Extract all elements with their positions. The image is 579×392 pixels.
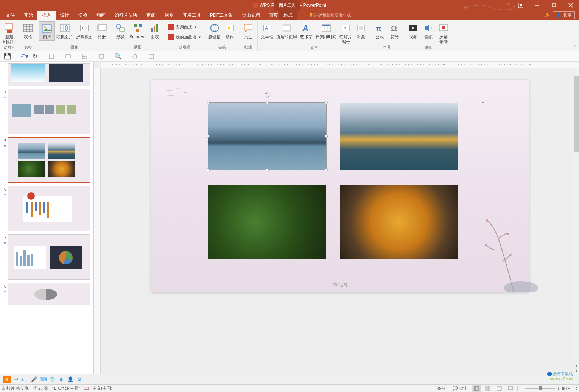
tab-幻灯片放映[interactable]: 幻灯片放映	[110, 11, 142, 20]
thumbnail-item[interactable]: 7★	[1, 234, 90, 280]
ribbon-object[interactable]: 对象	[353, 21, 369, 40]
resize-handle-se[interactable]	[325, 168, 328, 171]
warning-icon[interactable]: ⚠	[545, 12, 550, 19]
resize-handle-w[interactable]	[207, 135, 210, 138]
ribbon-chart[interactable]: 图表	[147, 21, 162, 40]
image-maple[interactable]	[340, 185, 458, 259]
slide-counter[interactable]: 幻灯片 第 5 张，共 27 张	[2, 386, 48, 391]
ribbon-header[interactable]: 页眉和页脚	[275, 21, 299, 40]
thumbnail-item[interactable]: 8★	[1, 283, 90, 305]
prev-slide-icon[interactable]: ⬆	[574, 364, 579, 368]
scrollbar-vertical[interactable]: ⬆ ⬇	[574, 68, 579, 374]
ime-link-icon[interactable]: ⬮	[58, 376, 65, 383]
ribbon-screenshot[interactable]: 屏幕截图	[75, 21, 94, 40]
tab-金山文档[interactable]: 金山文档	[237, 11, 265, 20]
ribbon-hyperlink[interactable]: 超链接	[207, 21, 222, 40]
qat-btn-1[interactable]	[47, 52, 56, 61]
notes-button[interactable]: ≐备注	[431, 386, 448, 391]
image-leaf[interactable]	[208, 185, 326, 259]
comments-button[interactable]: 💬批注	[450, 386, 470, 391]
share-button[interactable]: 👤 共享	[553, 11, 575, 19]
thumbnail-item[interactable]: 4★	[1, 89, 90, 134]
ime-settings-icon[interactable]: ⚙	[76, 376, 83, 383]
tellme-search[interactable]: 💡 告诉我您想要做什么...	[308, 12, 355, 18]
tab-开发工具[interactable]: 开发工具	[178, 11, 205, 20]
ribbon-slidenumber[interactable]: #幻灯片编号	[338, 21, 353, 45]
ribbon-store[interactable]: 应用商店▼	[166, 23, 203, 31]
ribbon-symbol[interactable]: Ω符号	[387, 21, 402, 40]
zoom-in-icon[interactable]: +	[557, 386, 560, 391]
qat-btn-7[interactable]	[147, 52, 156, 61]
tab-切换[interactable]: 切换	[74, 11, 92, 20]
close-button[interactable]	[562, 0, 579, 11]
thumbnail-item[interactable]: 5★	[1, 137, 90, 183]
ribbon-shapes[interactable]: 形状	[113, 21, 128, 40]
qat-zoom-icon[interactable]: 🔍	[114, 52, 123, 61]
ime-account-icon[interactable]: 👤	[67, 376, 74, 383]
qat-btn-6[interactable]	[130, 52, 139, 61]
tab-动画[interactable]: 动画	[92, 11, 110, 20]
fit-window-icon[interactable]: ⛶	[573, 386, 577, 391]
tab-审阅[interactable]: 审阅	[142, 11, 160, 20]
ribbon-addins[interactable]: 我的加载项▼	[166, 33, 203, 41]
qat-btn-4[interactable]	[97, 52, 106, 61]
ribbon-comment[interactable]: 批注	[241, 21, 256, 40]
resize-handle-e[interactable]	[325, 135, 328, 138]
thumbnail-slide[interactable]	[8, 89, 90, 134]
ribbon-display-button[interactable]	[512, 0, 529, 11]
scrollbar-thumb[interactable]	[574, 76, 579, 152]
thumbnail-slide[interactable]	[8, 63, 90, 86]
ime-shirt-icon[interactable]: 👕	[48, 376, 56, 383]
ribbon-album[interactable]: 相册	[94, 21, 109, 40]
thumbnail-item[interactable]	[1, 63, 90, 86]
normal-view-icon[interactable]	[472, 385, 481, 392]
ribbon-wordart[interactable]: A艺术字	[299, 21, 314, 40]
image-mountain[interactable]	[208, 103, 326, 170]
tab-PDF工具集[interactable]: PDF工具集	[205, 11, 237, 20]
tab-format[interactable]: 格式	[279, 11, 297, 20]
qat-btn-2[interactable]	[64, 52, 73, 61]
zoom-level[interactable]: 90%	[562, 386, 570, 391]
thumbnail-slide[interactable]	[8, 234, 90, 280]
thumbnail-slide[interactable]	[8, 283, 90, 305]
ime-keyboard-icon[interactable]: ⌨	[39, 376, 47, 383]
language-status[interactable]: 中文(中国)	[93, 386, 112, 391]
ime-mic-icon[interactable]: 🎤	[30, 376, 38, 383]
ime-zh-icon[interactable]: 中	[12, 376, 20, 383]
sogou-icon[interactable]: S	[3, 376, 11, 383]
resize-handle-n[interactable]	[266, 101, 269, 104]
ribbon-new-slide[interactable]: 新建幻灯片	[2, 21, 17, 45]
rotate-handle[interactable]	[264, 92, 270, 98]
thumbnail-panel[interactable]: 4★5★6★7★8★	[0, 62, 94, 374]
tab-文件[interactable]: 文件	[1, 11, 19, 20]
ribbon-video[interactable]: 视频	[406, 21, 421, 40]
thumbnail-slide[interactable]	[8, 186, 90, 231]
ribbon-datetime[interactable]: 日期和时间	[314, 21, 338, 40]
slideshow-view-icon[interactable]	[506, 385, 515, 392]
ribbon-equation[interactable]: π公式	[372, 21, 387, 40]
next-slide-icon[interactable]: ⬇	[574, 369, 579, 373]
minimize-button[interactable]	[529, 0, 546, 11]
spellcheck-icon[interactable]: 📖	[84, 386, 89, 391]
ribbon-smartart[interactable]: SmartArt	[128, 21, 147, 40]
thumbnail-slide[interactable]	[8, 137, 90, 183]
tab-视图[interactable]: 视图	[160, 11, 178, 20]
save-icon[interactable]: 💾	[3, 52, 12, 61]
ribbon-online-picture[interactable]: 联机图片	[55, 21, 75, 40]
ime-punct-icon[interactable]: ●，	[21, 376, 29, 383]
resize-handle-sw[interactable]	[207, 168, 210, 171]
ribbon-audio[interactable]: 音频	[421, 21, 436, 40]
resize-handle-s[interactable]	[266, 168, 269, 171]
sorter-view-icon[interactable]	[483, 385, 492, 392]
thumbnail-item[interactable]: 6★	[1, 186, 90, 231]
slide[interactable]: • XXX公司	[151, 80, 529, 292]
ribbon-screenrec[interactable]: 屏幕录制	[436, 21, 451, 45]
resize-handle-ne[interactable]	[325, 101, 328, 104]
reading-view-icon[interactable]	[495, 385, 504, 392]
ribbon-picture[interactable]: 图片	[39, 21, 55, 41]
qat-btn-3[interactable]	[80, 52, 89, 61]
zoom-slider[interactable]	[525, 388, 555, 389]
tab-设计[interactable]: 设计	[56, 11, 74, 20]
collapse-ribbon-icon[interactable]: ⌃	[573, 45, 577, 50]
image-lake[interactable]	[340, 103, 458, 170]
